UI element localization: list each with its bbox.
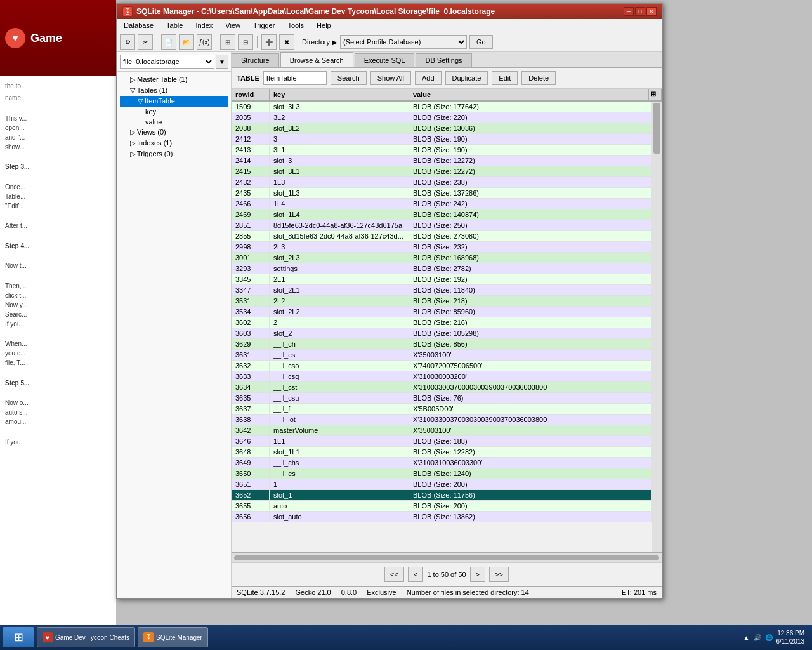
toolbar-btn-2[interactable]: ✂ [138,34,153,50]
table-row[interactable]: 1509 slot_3L3 BLOB (Size: 177642) [232,102,652,112]
tree-item-key[interactable]: key [120,107,228,117]
table-row[interactable]: 3631 __ll_csi X'35003100' [232,350,652,361]
db-profile-select[interactable]: (Select Profile Database) [340,35,467,49]
tab-browse-search[interactable]: Browse & Search [280,52,353,67]
menu-table[interactable]: Table [162,20,187,30]
taskbar-app-sqlite[interactable]: 🗄 SQLite Manager [138,627,208,647]
col-header-expand[interactable]: ⊞ [649,89,662,100]
table-row[interactable]: 3632 __ll_cso X'7400720075006500' [232,361,652,371]
delete-button[interactable]: Delete [521,71,556,85]
table-row[interactable]: 3001 slot_2L3 BLOB (Size: 168968) [232,253,652,263]
table-row[interactable]: 2998 2L3 BLOB (Size: 232) [232,242,652,253]
vertical-scrollbar[interactable] [652,102,662,552]
table-row[interactable]: 2469 slot_1L4 BLOB (Size: 140874) [232,209,652,220]
table-row[interactable]: 2855 slot_8d15fe63-2dc0-44a8-af36-127c43… [232,231,652,242]
tree-item-table[interactable]: ▽ ItemTable [120,96,228,107]
next-page-button[interactable]: > [470,567,485,582]
menu-database[interactable]: Database [120,20,157,30]
tree-indexes[interactable]: ▷ Indexes (1) [120,138,228,149]
tree-triggers[interactable]: ▷ Triggers (0) [120,149,228,159]
table-row[interactable]: 3642 masterVolume X'35003100' [232,425,652,436]
toolbar-btn-add[interactable]: ➕ [261,34,277,50]
table-row[interactable]: 3603 slot_2 BLOB (Size: 105298) [232,328,652,339]
toolbar-btn-open[interactable]: 📂 [179,34,194,50]
cell-key: slot_3L3 [270,102,409,112]
db-dropdown[interactable]: file_0.localstorage [120,55,214,69]
table-row[interactable]: 3345 2L1 BLOB (Size: 192) [232,274,652,285]
table-row[interactable]: 2466 1L4 BLOB (Size: 242) [232,199,652,209]
duplicate-button[interactable]: Duplicate [445,71,488,85]
tree-tables[interactable]: ▽ Tables (1) [120,85,228,96]
menu-view[interactable]: View [221,20,244,30]
tray-icon-volume[interactable]: 🔊 [754,634,761,641]
toolbar-btn-grid2[interactable]: ⊟ [238,34,253,50]
table-row[interactable]: 3629 __ll_ch BLOB (Size: 856) [232,339,652,350]
prev-page-button[interactable]: < [408,567,423,582]
menu-tools[interactable]: Tools [284,20,308,30]
search-button[interactable]: Search [331,71,367,85]
table-row[interactable]: 2038 slot_3L2 BLOB (Size: 13036) [232,123,652,134]
taskbar-app-webpage[interactable]: ♥ Game Dev Tycoon Cheats [37,627,135,647]
table-row[interactable]: 3646 1L1 BLOB (Size: 188) [232,436,652,447]
tab-execute-sql[interactable]: Execute SQL [355,53,415,67]
maximize-button[interactable]: □ [635,7,645,16]
table-row[interactable]: 3655 auto BLOB (Size: 200) [232,501,652,512]
scroll-track[interactable] [652,102,662,552]
table-row[interactable]: 3649 __ll_chs X'3100310036003300' [232,458,652,468]
horizontal-scrollbar[interactable] [232,552,662,562]
menu-index[interactable]: Index [192,20,216,30]
toolbar-btn-new[interactable]: 📄 [161,34,176,50]
toolbar-btn-del[interactable]: ✖ [279,34,294,50]
data-grid-body[interactable]: 1509 slot_3L3 BLOB (Size: 177642) 2035 3… [232,102,652,552]
table-row[interactable]: 3633 __ll_csq X'310030003200' [232,371,652,382]
table-row[interactable]: 3652 slot_1 BLOB (Size: 11756) [232,490,652,501]
scroll-thumb[interactable] [653,103,660,154]
table-row[interactable]: 3656 slot_auto BLOB (Size: 13862) [232,512,652,522]
tray-icon-network[interactable]: 🌐 [765,634,773,641]
table-row[interactable]: 2412 3 BLOB (Size: 190) [232,134,652,145]
table-row[interactable]: 2435 slot_1L3 BLOB (Size: 137286) [232,188,652,199]
table-row[interactable]: 3637 __ll_fl X'5B005D00' [232,404,652,415]
toolbar-btn-1[interactable]: ⚙ [120,34,135,50]
tray-icon-1[interactable]: ▲ [743,634,750,641]
table-row[interactable]: 2413 3L1 BLOB (Size: 190) [232,145,652,156]
start-button[interactable]: ⊞ [3,627,34,647]
edit-button[interactable]: Edit [492,71,518,85]
db-arrow-button[interactable]: ▼ [216,55,228,69]
table-row[interactable]: 3634 __ll_cst X'310033003700303003900370… [232,382,652,393]
table-row[interactable]: 2035 3L2 BLOB (Size: 220) [232,112,652,123]
tree-views[interactable]: ▷ Views (0) [120,127,228,138]
tab-db-settings[interactable]: DB Settings [416,53,471,67]
table-row[interactable]: 3602 2 BLOB (Size: 216) [232,317,652,328]
add-button[interactable]: Add [415,71,442,85]
table-row[interactable]: 3638 __ll_lot X'310033003700303003900370… [232,415,652,425]
table-row[interactable]: 2432 1L3 BLOB (Size: 238) [232,177,652,188]
toolbar-btn-func[interactable]: ƒ(x) [197,34,212,50]
go-button[interactable]: Go [469,35,493,49]
table-row[interactable]: 2414 slot_3 BLOB (Size: 12272) [232,156,652,166]
table-row[interactable]: 3293 settings BLOB (Size: 2782) [232,263,652,274]
table-row[interactable]: 3651 1 BLOB (Size: 200) [232,479,652,490]
tree-master-table[interactable]: ▷ Master Table (1) [120,74,228,85]
tab-structure[interactable]: Structure [232,53,279,67]
show-all-button[interactable]: Show All [370,71,411,85]
table-name-input[interactable] [263,71,327,85]
table-row[interactable]: 3648 slot_1L1 BLOB (Size: 12282) [232,447,652,458]
minimize-button[interactable]: ─ [624,7,634,16]
table-row[interactable]: 3650 __ll_es BLOB (Size: 1240) [232,468,652,479]
table-row[interactable]: 3347 slot_2L1 BLOB (Size: 11840) [232,285,652,296]
menu-help[interactable]: Help [313,20,335,30]
table-row[interactable]: 3635 __ll_csu BLOB (Size: 76) [232,393,652,404]
taskbar-time[interactable]: 12:36 PM 6/11/2013 [776,629,805,646]
menu-trigger[interactable]: Trigger [249,20,278,30]
close-button[interactable]: ✕ [646,7,657,16]
first-page-button[interactable]: << [384,567,404,582]
h-scroll-inner[interactable] [234,555,659,560]
last-page-button[interactable]: >> [489,567,509,582]
table-row[interactable]: 2851 8d15fe63-2dc0-44a8-af36-127c43d6175… [232,220,652,231]
tree-item-value[interactable]: value [120,117,228,127]
table-row[interactable]: 3531 2L2 BLOB (Size: 218) [232,296,652,307]
table-row[interactable]: 2415 slot_3L1 BLOB (Size: 12272) [232,166,652,177]
table-row[interactable]: 3534 slot_2L2 BLOB (Size: 85960) [232,307,652,317]
toolbar-btn-grid[interactable]: ⊞ [220,34,235,50]
